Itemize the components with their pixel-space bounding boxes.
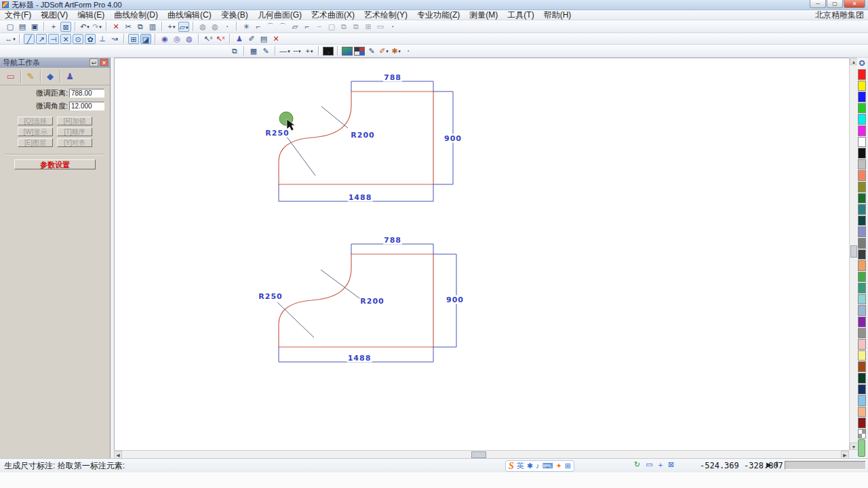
palette-swatch[interactable] xyxy=(858,294,866,305)
arc-end-icon[interactable]: ⌒ xyxy=(277,22,288,32)
cut-icon[interactable]: ✂ xyxy=(123,22,134,32)
palette-swatch[interactable] xyxy=(858,418,866,428)
paste-icon[interactable]: ▥ xyxy=(147,22,158,32)
horizontal-scroll-thumb[interactable] xyxy=(471,451,486,458)
snap-axis-icon[interactable]: ⊣ xyxy=(48,34,59,44)
menu-item-help[interactable]: 帮助(H) xyxy=(539,10,576,20)
grid-toggle-icon[interactable]: ⊞ xyxy=(128,34,139,44)
ime-skin-icon[interactable]: ✦ xyxy=(555,461,561,471)
crosshair-icon[interactable]: + xyxy=(48,22,59,32)
array-icon[interactable]: ⧉ xyxy=(338,22,349,32)
palette-swatch[interactable] xyxy=(858,159,866,170)
palette-swatch[interactable] xyxy=(858,350,866,361)
dropdown-arrow-icon[interactable]: ▾ xyxy=(99,24,102,29)
panel-close-icon[interactable]: ✕ xyxy=(100,58,108,66)
palette-swatch[interactable] xyxy=(858,69,866,80)
palette-settings-icon[interactable]: ✪ xyxy=(857,58,867,68)
tab-curve-work[interactable]: ▭ xyxy=(3,70,19,83)
delete-icon[interactable]: ✕ xyxy=(111,22,121,32)
vertical-scrollbar[interactable]: ▲ ▼ xyxy=(849,58,857,450)
view-wireframe-icon[interactable]: ◎ xyxy=(172,34,182,44)
vertical-scroll-thumb[interactable] xyxy=(850,245,857,258)
copy-icon[interactable]: ⧉ xyxy=(135,22,146,32)
menu-item-art-draw[interactable]: 艺术绘制(Y) xyxy=(359,10,412,20)
palette-swatch[interactable] xyxy=(858,317,866,327)
palette-swatch[interactable] xyxy=(858,373,866,384)
dropdown-arrow-icon[interactable]: ▾ xyxy=(186,25,189,30)
line-seg-icon[interactable]: − xyxy=(314,22,325,32)
snap-angle-icon[interactable]: ↗ xyxy=(36,34,47,44)
merge-icon[interactable]: ⊞ xyxy=(363,22,374,32)
rect-tool-icon[interactable]: ▢ xyxy=(326,22,337,32)
drawing-canvas[interactable]: 788 900 1488 R250 R200 788 900 1488 R250… xyxy=(114,58,849,450)
offset-icon[interactable]: ▭ xyxy=(375,22,386,32)
save-icon[interactable]: ▣ xyxy=(29,22,40,32)
pin-icon[interactable]: ↩ xyxy=(90,58,98,66)
palette-swatch[interactable] xyxy=(858,361,866,372)
pick-point-icon[interactable]: ↖ˣ xyxy=(203,34,214,44)
palette-swatch[interactable] xyxy=(858,238,866,249)
ime-logo[interactable]: S xyxy=(509,461,514,471)
fillet-icon[interactable]: ⌐ xyxy=(253,22,264,32)
ime-symbol-icon[interactable]: ✱ xyxy=(527,461,533,471)
gradient-fill-swatch[interactable] xyxy=(342,47,353,56)
align-button[interactable]: [Y]对齐 xyxy=(57,138,92,147)
palette-swatch[interactable] xyxy=(858,137,866,148)
add-point-icon[interactable]: +▾ xyxy=(166,22,177,32)
ime-voice-icon[interactable]: ♪ xyxy=(536,461,540,471)
mirror-icon[interactable]: ⧉ xyxy=(351,22,361,32)
overflow-icon[interactable]: ▪ xyxy=(222,22,233,32)
dropdown-arrow-icon[interactable]: ▾ xyxy=(398,49,401,54)
ime-mode-toggle[interactable]: 英 xyxy=(517,461,524,471)
palette-swatch[interactable] xyxy=(858,226,866,237)
palette-swatch[interactable] xyxy=(858,170,866,181)
menu-item-pro-func[interactable]: 专业功能(Z) xyxy=(412,10,465,20)
reference-icon[interactable]: ⧉ xyxy=(229,46,240,56)
pan-view-icon[interactable]: ↔▾ xyxy=(5,34,16,44)
palette-swatch[interactable] xyxy=(858,81,866,92)
select-button[interactable]: [Q]选择 xyxy=(18,117,53,125)
snap-perpendicular-icon[interactable]: ⊥ xyxy=(97,34,108,44)
palette-swatch[interactable] xyxy=(858,193,866,204)
palette-swatch[interactable] xyxy=(858,204,866,215)
menu-item-art-surface[interactable]: 艺术曲面(X) xyxy=(307,10,359,20)
menu-item-view[interactable]: 视图(V) xyxy=(36,10,73,20)
ime-keyboard-icon[interactable]: ⌨ xyxy=(542,461,553,471)
halftone-icon[interactable]: ▦ xyxy=(248,46,259,56)
note-icon[interactable]: ▤ xyxy=(258,34,269,44)
palette-swatch[interactable] xyxy=(858,305,866,316)
pattern-fill-swatch[interactable] xyxy=(354,47,365,56)
palette-swatch[interactable] xyxy=(858,182,866,192)
overflow-icon[interactable]: ▪ xyxy=(387,22,398,32)
polygon-icon[interactable]: ▱ xyxy=(290,22,300,32)
palette-scroll-thumb[interactable] xyxy=(858,439,865,457)
display-icon[interactable]: ▭ xyxy=(646,460,652,469)
close-button[interactable]: ✕ xyxy=(844,0,865,8)
cancel-icon[interactable]: ✕ xyxy=(271,34,281,44)
tracking-cross-icon[interactable]: + xyxy=(658,461,663,469)
angle-input[interactable] xyxy=(69,102,104,110)
menu-item-geo-surface[interactable]: 几何曲面(G) xyxy=(253,10,307,20)
snap-cross-icon[interactable]: ✕ xyxy=(60,34,71,44)
distance-input[interactable] xyxy=(69,89,104,98)
snap-line-icon[interactable]: ╱ xyxy=(24,34,35,44)
angle-guide-icon[interactable]: ◪ xyxy=(140,34,151,44)
layer-button[interactable]: [E]图层 xyxy=(18,138,53,147)
undo-icon[interactable]: ↶▾ xyxy=(79,22,90,32)
open-icon[interactable]: ▤ xyxy=(17,22,28,32)
order-button[interactable]: [T]顺序 xyxy=(57,127,92,136)
tab-surface[interactable]: ◆ xyxy=(42,70,58,83)
dash-type-icon[interactable]: ╌▾ xyxy=(292,46,302,56)
palette-swatch[interactable] xyxy=(858,395,866,406)
dropdown-arrow-icon[interactable]: ▾ xyxy=(87,24,90,29)
palette-swatch[interactable] xyxy=(858,272,866,283)
lamp-off-icon[interactable]: ◍ xyxy=(210,22,220,32)
redo-icon[interactable]: ↷▾ xyxy=(92,22,102,32)
ime-toolbox-icon[interactable]: ⊞ xyxy=(565,461,571,471)
dropdown-arrow-icon[interactable]: ▾ xyxy=(298,49,301,54)
pick-frame-icon[interactable]: ▱▾ xyxy=(178,22,189,32)
menu-item-file[interactable]: 文件(F) xyxy=(0,10,36,20)
palette-swatch[interactable] xyxy=(858,148,866,159)
lamp-on-icon[interactable]: ◍ xyxy=(197,22,208,32)
palette-swatch[interactable] xyxy=(858,384,866,395)
